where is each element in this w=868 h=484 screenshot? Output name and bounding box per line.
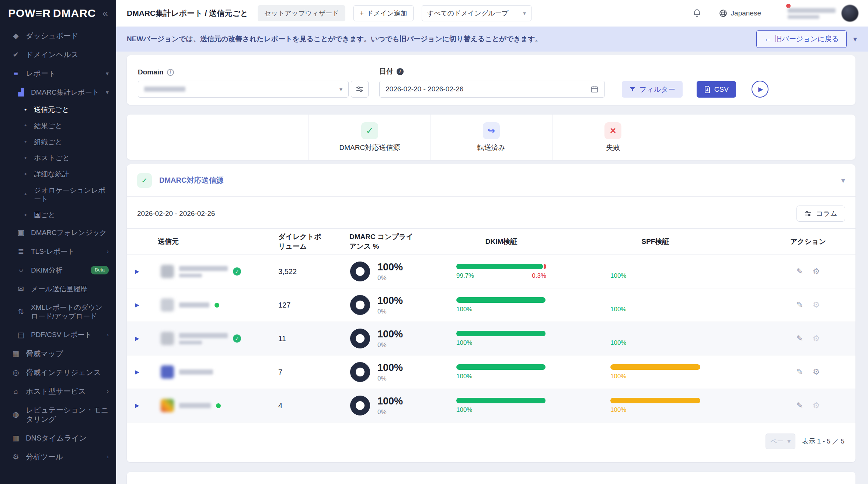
powerdmarc-app: POW≡RDMARC « ◆ダッシュボード ✔ドメインヘルス ≡レポート▾ ▟D… xyxy=(0,0,868,484)
domain-group-select[interactable]: すべてのドメイングループ▾ xyxy=(422,5,531,21)
sender-name-redacted xyxy=(179,333,228,338)
expand-row-icon[interactable]: ▶ xyxy=(135,268,139,275)
panel-collapse-icon[interactable]: ▾ xyxy=(841,176,845,185)
compliance-pct: 100% xyxy=(377,329,403,340)
sidebar-item-detailed-stats[interactable]: •詳細な統計 xyxy=(0,166,116,182)
dkim-bar: 100% xyxy=(456,331,546,347)
map-icon: ▦ xyxy=(11,349,21,358)
banner-collapse-icon[interactable]: ▾ xyxy=(853,35,857,43)
powerdmarc-logo: POW≡RDMARC xyxy=(8,7,96,20)
add-domain-button[interactable]: +ドメイン追加 xyxy=(353,5,413,21)
status-segment-empty xyxy=(674,115,856,160)
edit-icon[interactable]: ✎ xyxy=(796,267,803,276)
sidebar-item-by-result[interactable]: •結果ごと xyxy=(0,118,116,134)
status-tabs-card: ✓ DMARC対応送信源 ↪ 転送済み × 失敗 xyxy=(127,115,855,160)
edit-icon[interactable]: ✎ xyxy=(796,367,803,377)
columns-button[interactable]: コラム xyxy=(796,206,845,222)
date-range-input[interactable]: 2026-02-20 - 2026-02-26 xyxy=(379,81,605,98)
sidebar-item-email-volume-history[interactable]: ✉メール送信量履歴 xyxy=(0,280,116,298)
table-row[interactable]: ▶ 4 100%0% 100% 100% ✎⚙ xyxy=(127,389,855,422)
back-to-old-version-button[interactable]: ←旧バージョンに戻る xyxy=(756,30,847,48)
up-down-arrows-icon: ⇅ xyxy=(16,307,26,316)
domain-filter-adjust-button[interactable] xyxy=(351,81,369,98)
avatar[interactable] xyxy=(841,5,858,22)
language-switcher[interactable]: Japanese xyxy=(719,9,761,18)
sidebar-item-reputation-monitoring[interactable]: ◍レピュテーション・モニタリング xyxy=(0,401,116,429)
sidebar-item-analysis-tools[interactable]: ⚙分析ツール› xyxy=(0,448,116,466)
sidebar-item-by-source[interactable]: •送信元ごと xyxy=(0,102,116,118)
user-name-redacted[interactable] xyxy=(788,8,836,19)
chevron-right-icon: › xyxy=(107,331,109,339)
panel-date-range: 2026-02-20 - 2026-02-26 xyxy=(137,210,215,218)
filter-button[interactable]: フィルター xyxy=(622,81,683,98)
sidebar-item-by-country[interactable]: •国ごと xyxy=(0,207,116,223)
gear-icon[interactable]: ⚙ xyxy=(813,334,820,343)
compliance-donut xyxy=(350,295,370,315)
check-icon: ✓ xyxy=(361,122,378,139)
table-row[interactable]: ▶ ✓ 11 100%0% 100% 100% ✎⚙ xyxy=(127,322,855,355)
col-direct-volume: ダイレクトボリューム xyxy=(274,232,323,251)
tab-forwarded[interactable]: ↪ 転送済み xyxy=(430,115,552,160)
tab-dmarc-capable-sources[interactable]: ✓ DMARC対応送信源 xyxy=(309,115,430,160)
bar-chart-icon: ▟ xyxy=(16,88,26,97)
chevron-down-icon: ▾ xyxy=(339,86,342,93)
spf-bar: 100% xyxy=(610,297,700,313)
expand-row-icon[interactable]: ▶ xyxy=(135,369,139,375)
expand-row-icon[interactable]: ▶ xyxy=(135,335,139,342)
status-segment-empty xyxy=(127,115,309,160)
sidebar-collapse-icon[interactable]: « xyxy=(102,7,108,19)
sidebar-item-by-organization[interactable]: •組織ごと xyxy=(0,134,116,150)
sidebar-item-domain-health[interactable]: ✔ドメインヘルス xyxy=(0,45,116,64)
sidebar-item-geolocation-report[interactable]: •ジオロケーションレポート xyxy=(0,182,116,207)
info-icon[interactable]: i xyxy=(397,68,404,75)
sender-logo xyxy=(161,399,174,412)
tab-failed[interactable]: × 失敗 xyxy=(552,115,674,160)
verified-badge-icon: ✓ xyxy=(233,267,241,276)
new-version-banner: NEWバージョンでは、送信元の改善されたレポートを見ることができます。いつでも旧… xyxy=(116,27,868,52)
sidebar-item-dns-timeline[interactable]: ▥DNSタイムライン xyxy=(0,429,116,448)
expand-row-icon[interactable]: ▶ xyxy=(135,302,139,308)
bell-icon[interactable] xyxy=(692,8,702,18)
domain-health-icon: ✔ xyxy=(11,50,21,59)
page-size-select[interactable]: ペー▾ xyxy=(766,434,795,449)
dns-timeline-icon: ▥ xyxy=(11,434,21,443)
info-icon[interactable]: i xyxy=(167,69,174,76)
sidebar-item-hosted-services[interactable]: ⌂ホスト型サービス› xyxy=(0,382,116,401)
compliance-donut xyxy=(350,396,370,415)
chevron-down-icon: ▾ xyxy=(523,10,526,17)
expand-row-icon[interactable]: ▶ xyxy=(135,402,139,409)
table-row[interactable]: ▶ ✓ 3,522 100%0% 99.7%0.3% 100% ✎⚙ xyxy=(127,255,855,288)
table-row[interactable]: ▶ 7 100%0% 100% 100% ✎⚙ xyxy=(127,355,855,389)
sidebar-item-threat-map[interactable]: ▦脅威マップ xyxy=(0,344,116,363)
sidebar-item-dkim-analysis[interactable]: ○DKIM分析Beta xyxy=(0,261,116,280)
sidebar-item-dmarc-aggregate-reports[interactable]: ▟DMARC集計レポート▾ xyxy=(0,83,116,102)
sidebar-item-pdf-csv-reports[interactable]: ▤PDF/CSV レポート› xyxy=(0,326,116,344)
gear-icon[interactable]: ⚙ xyxy=(813,367,820,377)
sidebar-item-dashboard[interactable]: ◆ダッシュボード xyxy=(0,27,116,45)
forward-arrow-icon: ↪ xyxy=(483,122,500,139)
sidebar-item-by-host[interactable]: •ホストごと xyxy=(0,150,116,166)
edit-icon[interactable]: ✎ xyxy=(796,334,803,343)
gear-icon[interactable]: ⚙ xyxy=(813,267,820,276)
setup-wizard-button[interactable]: セットアップウィザード xyxy=(258,5,345,21)
play-button[interactable]: ▶ xyxy=(752,81,768,98)
domain-label: Domain xyxy=(138,68,164,76)
sidebar-item-threat-intelligence[interactable]: ◎脅威インテリジェンス xyxy=(0,363,116,382)
edit-icon[interactable]: ✎ xyxy=(796,401,803,410)
bullet-icon: • xyxy=(24,138,29,146)
compliance-pct: 100% xyxy=(377,396,403,407)
sidebar-item-tls-reports[interactable]: ≣TLS-レポート› xyxy=(0,242,116,261)
sender-name-redacted xyxy=(179,369,213,375)
edit-icon[interactable]: ✎ xyxy=(796,300,803,310)
sidebar-item-xml-report-updown[interactable]: ⇅XMLレポートのダウンロード/アップロード xyxy=(0,298,116,326)
pagination-summary: 表示 1 - 5 ／ 5 xyxy=(802,437,844,446)
col-sender: 送信元 xyxy=(147,237,274,246)
csv-export-button[interactable]: CSV xyxy=(697,81,736,98)
sidebar-item-reports[interactable]: ≡レポート▾ xyxy=(0,64,116,83)
reputation-icon: ◍ xyxy=(11,410,21,419)
table-row[interactable]: ▶ 127 100%0% 100% 100% ✎⚙ xyxy=(127,288,855,322)
gear-icon[interactable]: ⚙ xyxy=(813,300,820,310)
sidebar-item-dmarc-forensic[interactable]: ▣DMARCフォレンジック xyxy=(0,223,116,242)
gear-icon[interactable]: ⚙ xyxy=(813,401,820,410)
domain-select[interactable]: ▾ xyxy=(138,81,349,98)
